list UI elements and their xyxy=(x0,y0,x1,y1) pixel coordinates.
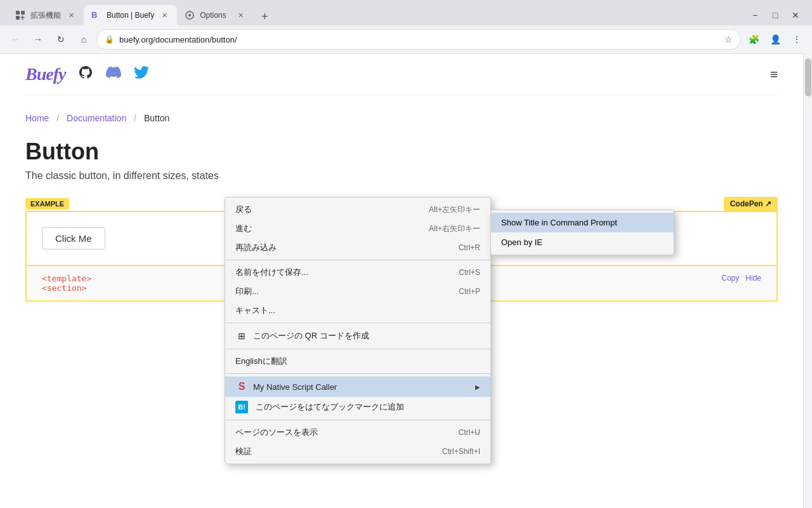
example-label: EXAMPLE xyxy=(25,198,69,210)
ctx-separator-1 xyxy=(225,260,490,260)
new-tab-button[interactable]: + xyxy=(256,8,273,25)
submenu-item-open-ie[interactable]: Open by IE xyxy=(491,232,674,252)
scrollbar[interactable] xyxy=(803,53,812,508)
chrome-menu-icon[interactable]: ⋮ xyxy=(787,29,807,50)
submenu-show-title-label: Show Title in Command Prompt xyxy=(501,218,617,227)
back-button[interactable]: ← xyxy=(5,29,25,50)
ctx-separator-3 xyxy=(225,349,490,349)
breadcrumb-sep1: / xyxy=(56,113,59,123)
breadcrumb-home-link[interactable]: Home xyxy=(25,113,49,123)
ctx-item-source[interactable]: ページのソースを表示 Ctrl+U xyxy=(225,423,490,442)
ctx-hatena-label: B! このページをはてなブックマークに追加 xyxy=(235,401,480,413)
lock-icon: 🔒 xyxy=(105,35,114,44)
bookmark-icon[interactable]: ☆ xyxy=(724,34,733,44)
ctx-source-shortcut: Ctrl+U xyxy=(459,428,480,437)
buefy-logo[interactable]: Buefy xyxy=(25,64,65,84)
home-icon: ⌂ xyxy=(81,34,86,44)
submenu-item-show-title[interactable]: Show Title in Command Prompt xyxy=(491,213,674,232)
copy-label[interactable]: Copy xyxy=(721,274,739,283)
breadcrumb-docs-link[interactable]: Documentation xyxy=(67,113,126,123)
site-header: Buefy ≡ xyxy=(25,54,778,95)
submenu-open-ie-label: Open by IE xyxy=(501,237,542,247)
ctx-item-native[interactable]: S My Native Script Caller ▶ xyxy=(225,377,490,397)
ctx-print-shortcut: Ctrl+P xyxy=(459,287,480,296)
tab-options[interactable]: Options ✕ xyxy=(177,5,253,25)
code-actions[interactable]: Copy Hide xyxy=(721,274,761,283)
ctx-back-shortcut: Alt+左矢印キー xyxy=(429,204,480,215)
ctx-translate-label: Englishに翻訳 xyxy=(235,356,480,367)
svg-rect-0 xyxy=(16,11,20,15)
refresh-button[interactable]: ↻ xyxy=(51,29,71,50)
scrollbar-thumb[interactable] xyxy=(805,58,811,97)
ctx-native-arrow: ▶ xyxy=(475,384,480,391)
ctx-forward-label: 進む xyxy=(235,223,409,234)
tab-extensions-label: 拡張機能 xyxy=(30,10,61,21)
codepen-button[interactable]: CodePen ↗ xyxy=(724,197,778,211)
ctx-item-qr[interactable]: ⊞ このページの QR コードを作成 xyxy=(225,326,490,346)
maximize-button[interactable]: □ xyxy=(766,6,784,24)
tab-extensions[interactable]: 拡張機能 ✕ xyxy=(8,5,84,25)
ctx-item-reload[interactable]: 再読み込み Ctrl+R xyxy=(225,238,490,257)
ctx-item-forward[interactable]: 進む Alt+右矢印キー xyxy=(225,219,490,238)
qr-icon: ⊞ xyxy=(235,330,248,342)
native-script-icon: S xyxy=(235,380,248,393)
address-bar[interactable]: 🔒 buefy.org/documentation/button/ ☆ xyxy=(96,29,741,50)
twitter-icon[interactable] xyxy=(134,65,149,84)
toolbar-icons: 🧩 👤 ⋮ xyxy=(743,29,807,50)
hide-label[interactable]: Hide xyxy=(745,274,761,283)
back-icon: ← xyxy=(11,34,20,44)
window-controls: − □ ✕ xyxy=(746,6,804,24)
ctx-separator-4 xyxy=(225,373,490,374)
tab-options-label: Options xyxy=(200,11,230,20)
extensions-icon xyxy=(15,10,25,20)
discord-icon[interactable] xyxy=(106,65,121,84)
forward-button[interactable]: → xyxy=(28,29,48,50)
profile-icon[interactable]: 👤 xyxy=(765,29,785,50)
ctx-inspect-label: 検証 xyxy=(235,446,422,457)
ctx-item-inspect[interactable]: 検証 Ctrl+Shift+I xyxy=(225,442,490,461)
ctx-separator-5 xyxy=(225,420,490,420)
page-title: Button xyxy=(25,138,778,165)
hamburger-menu-icon[interactable]: ≡ xyxy=(770,67,778,82)
forward-icon: → xyxy=(34,34,43,44)
tab-extensions-close[interactable]: ✕ xyxy=(66,10,76,20)
page-title-area: Button The classic button, in different … xyxy=(25,128,778,182)
ctx-item-print[interactable]: 印刷... Ctrl+P xyxy=(225,282,490,301)
site-header-left: Buefy xyxy=(25,64,149,84)
title-bar: 拡張機能 ✕ B Button | Buefy ✕ Options ✕ + − … xyxy=(0,0,812,25)
github-icon[interactable] xyxy=(78,65,93,84)
ctx-item-cast[interactable]: キャスト... xyxy=(225,301,490,320)
ctx-item-back[interactable]: 戻る Alt+左矢印キー xyxy=(225,200,490,219)
close-window-button[interactable]: ✕ xyxy=(787,6,804,24)
ctx-qr-label: ⊞ このページの QR コードを作成 xyxy=(235,330,480,342)
ctx-cast-label: キャスト... xyxy=(235,305,460,316)
breadcrumb-sep2: / xyxy=(134,113,136,123)
codepen-label: CodePen ↗ xyxy=(730,199,771,208)
page-description: The classic button, in different sizes, … xyxy=(25,170,228,182)
ctx-back-label: 戻る xyxy=(235,204,409,215)
breadcrumb-current: Button xyxy=(144,113,169,123)
extensions-toolbar-icon[interactable]: 🧩 xyxy=(743,29,764,50)
ctx-item-hatena[interactable]: B! このページをはてなブックマークに追加 xyxy=(225,397,490,417)
url-text: buefy.org/documentation/button/ xyxy=(119,35,719,44)
ctx-forward-shortcut: Alt+右矢印キー xyxy=(429,224,480,234)
svg-point-4 xyxy=(188,14,191,17)
home-button[interactable]: ⌂ xyxy=(74,29,94,50)
ctx-item-save[interactable]: 名前を付けて保存... Ctrl+S xyxy=(225,263,490,282)
ctx-separator-2 xyxy=(225,323,490,323)
tab-options-close[interactable]: ✕ xyxy=(235,10,246,20)
minimize-button[interactable]: − xyxy=(746,6,764,24)
ctx-reload-label: 再読み込み xyxy=(235,242,438,253)
click-me-button[interactable]: Click Me xyxy=(42,227,105,250)
ctx-reload-shortcut: Ctrl+R xyxy=(459,243,480,252)
svg-rect-1 xyxy=(21,11,25,15)
navigation-bar: ← → ↻ ⌂ 🔒 buefy.org/documentation/button… xyxy=(0,25,812,53)
tabs-container: 拡張機能 ✕ B Button | Buefy ✕ Options ✕ + xyxy=(8,5,746,25)
breadcrumb: Home / Documentation / Button xyxy=(25,95,778,128)
tab-buefy[interactable]: B Button | Buefy ✕ xyxy=(84,5,177,25)
refresh-icon: ↻ xyxy=(57,34,65,44)
ctx-item-translate[interactable]: Englishに翻訳 xyxy=(225,352,490,371)
tab-buefy-close[interactable]: ✕ xyxy=(159,10,169,20)
ctx-save-label: 名前を付けて保存... xyxy=(235,267,438,278)
ctx-print-label: 印刷... xyxy=(235,286,438,297)
